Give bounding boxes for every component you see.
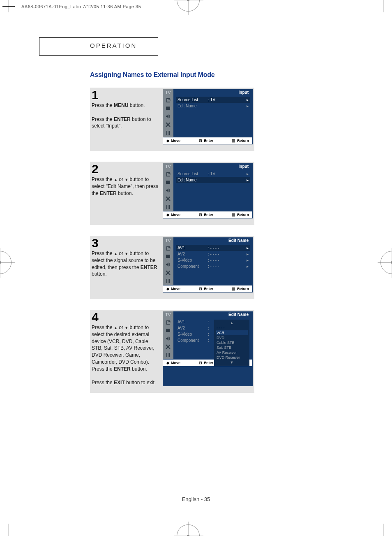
picture-icon <box>163 252 173 260</box>
osd-row-label: Component <box>178 338 208 343</box>
osd-row-value: : TV <box>208 172 247 176</box>
osd-hint-bar: ◆ Move ⊡ Enter ▥ Return <box>163 211 253 218</box>
hint-move: ◆ Move <box>166 139 180 143</box>
osd-title: Edit Name <box>173 237 253 244</box>
osd-sidebar <box>163 96 173 137</box>
osd-row-label: Source List <box>178 97 208 102</box>
osd-row: Source List : TV ▸ <box>176 97 250 103</box>
osd-sidebar <box>163 170 173 211</box>
setup-icon <box>163 277 173 285</box>
svg-rect-1 <box>166 131 167 135</box>
osd-option: Sat. STB <box>216 345 248 350</box>
svg-rect-7 <box>169 205 170 209</box>
svg-rect-0 <box>166 107 170 110</box>
setup-icon <box>163 203 173 211</box>
svg-rect-8 <box>166 255 170 258</box>
osd-row-label: AV1 <box>178 246 208 250</box>
return-icon: ▥ <box>232 139 235 143</box>
sound-icon <box>163 186 173 195</box>
channel-icon <box>163 343 173 351</box>
osd-row-value: : - - - - <box>208 258 247 262</box>
crop-mark <box>377 524 390 536</box>
hint-enter: ⊡ Enter <box>199 361 213 365</box>
updown-icon: ◆ <box>166 139 169 143</box>
osd-option: DVD Receiver <box>216 355 248 360</box>
up-arrow-icon <box>114 325 118 330</box>
down-arrow-icon <box>125 176 128 182</box>
osd-title: Input <box>173 89 253 96</box>
crop-mark <box>2 524 15 536</box>
input-icon <box>163 170 173 178</box>
input-icon <box>163 244 173 252</box>
svg-rect-12 <box>166 329 170 332</box>
return-icon: ▥ <box>232 213 235 217</box>
osd-row-label: Edit Name <box>178 178 208 182</box>
sound-icon <box>163 112 173 121</box>
osd-row-label: AV1 <box>178 320 208 324</box>
sound-icon <box>163 334 173 343</box>
hint-enter: ⊡ Enter <box>199 213 213 217</box>
setup-icon <box>163 351 173 359</box>
osd-option: - - - - <box>216 325 248 330</box>
step-number: 4 <box>92 311 159 323</box>
osd-row-label: Component <box>178 264 208 269</box>
svg-rect-5 <box>166 205 167 209</box>
page-title: Assigning Names to External Input Mode <box>90 71 254 79</box>
updown-icon: ◆ <box>166 287 169 291</box>
input-icon <box>163 318 173 326</box>
channel-icon <box>163 269 173 277</box>
up-arrow-icon <box>114 176 118 182</box>
picture-icon <box>163 178 173 186</box>
svg-rect-6 <box>168 205 168 209</box>
tv-badge: TV <box>163 89 173 96</box>
step-text: Press the MENU button. Press the ENTER b… <box>92 102 159 130</box>
hint-move: ◆ Move <box>166 361 180 365</box>
right-arrow-icon: ▸ <box>247 178 249 182</box>
register-mark <box>380 251 392 274</box>
osd-screen: TV Input Source List : TV ▸ Edit Name ▸ … <box>163 89 253 144</box>
osd-row: Component : - - - - ▸ <box>176 263 250 269</box>
svg-rect-13 <box>166 353 167 357</box>
right-arrow-icon: ▸ <box>247 97 249 102</box>
updown-icon: ◆ <box>166 213 169 217</box>
step-text: Press the or button to select the signal… <box>92 250 159 278</box>
svg-rect-3 <box>169 131 170 135</box>
svg-rect-10 <box>168 279 168 283</box>
section-badge: OPERATION <box>39 37 158 56</box>
osd-option: VCR <box>216 330 248 335</box>
setup-icon <box>163 129 173 137</box>
osd-sidebar <box>163 318 173 359</box>
osd-row-label: S-Video <box>178 258 208 262</box>
osd-option: ▲ <box>216 320 248 325</box>
print-header: AA68-03671A-01Eng_Latin 7/12/05 11:36 AM… <box>21 4 141 9</box>
down-arrow-icon <box>125 251 128 256</box>
tv-badge: TV <box>163 163 173 170</box>
step-panel: 3 Press the or button to select the sign… <box>90 236 254 299</box>
tv-badge: TV <box>163 311 173 318</box>
step-panel: 2 Press the or button to select "Edit Na… <box>90 162 254 225</box>
step-text: Press the or button to select the desire… <box>92 324 159 386</box>
svg-rect-9 <box>166 279 167 283</box>
osd-hint-bar: ◆ Move ⊡ Enter ▥ Return <box>163 137 253 144</box>
osd-row-value: : - - - - <box>208 252 247 256</box>
tv-badge: TV <box>163 237 173 244</box>
hint-move: ◆ Move <box>166 287 180 291</box>
osd-row-label: Source List <box>178 172 208 176</box>
step-text: Press the or button to select "Edit Name… <box>92 176 159 197</box>
osd-option: DVD <box>216 335 248 340</box>
register-mark <box>0 251 12 274</box>
enter-icon: ⊡ <box>199 139 202 143</box>
down-arrow-icon <box>125 325 128 330</box>
osd-sidebar <box>163 244 173 285</box>
step-panel: 4 Press the or button to select the desi… <box>90 310 254 393</box>
osd-option: Cable STB <box>216 340 248 345</box>
osd-row: Edit Name ▸ <box>176 103 250 109</box>
page-footer: English - 35 <box>0 496 392 502</box>
right-arrow-icon: ▸ <box>247 258 249 262</box>
register-mark <box>177 524 200 536</box>
step-number: 3 <box>92 237 159 248</box>
svg-rect-11 <box>169 279 170 283</box>
osd-row-label: AV2 <box>178 326 208 330</box>
register-mark <box>177 0 200 12</box>
osd-row-label: AV2 <box>178 252 208 256</box>
